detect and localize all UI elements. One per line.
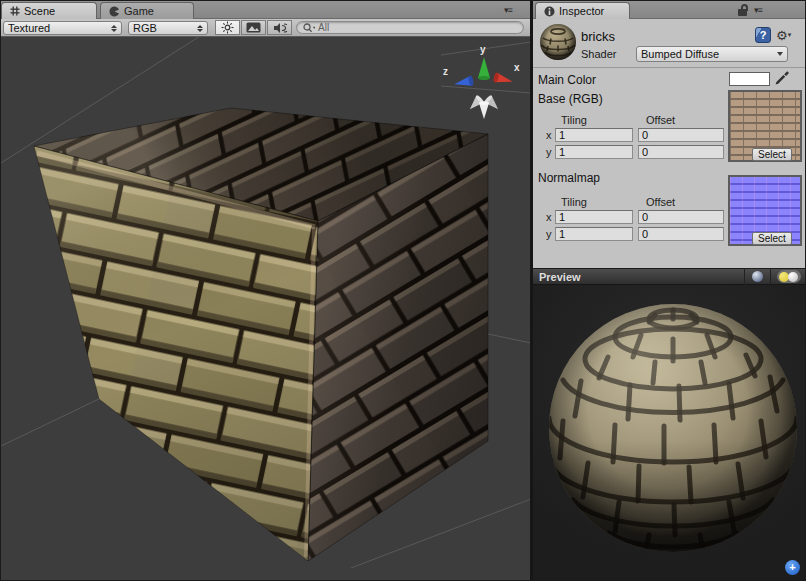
normalmap-x-tiling-input[interactable] [555, 210, 633, 224]
grid-icon [10, 6, 20, 16]
inspector-tabbar: Inspector ▾≡ [533, 1, 806, 19]
normalmap-tiling-header: Tiling [561, 196, 587, 208]
two-lights-icon [777, 270, 801, 283]
preview-sphere [533, 285, 806, 581]
preview-area[interactable] [533, 285, 806, 581]
scene-search-input[interactable] [318, 22, 517, 33]
tab-inspector-label: Inspector [559, 5, 604, 17]
normalmap-y-label: y [546, 228, 552, 240]
normalmap-y-tiling-input[interactable] [555, 227, 633, 241]
base-y-offset-input[interactable] [638, 145, 724, 159]
speaker-icon [273, 22, 287, 34]
sun-icon [221, 21, 234, 34]
base-x-tiling-input[interactable] [555, 128, 633, 142]
shader-value: Bumped Diffuse [641, 48, 773, 60]
preview-title: Preview [539, 271, 744, 283]
scene-viewport[interactable]: y x z [1, 37, 531, 581]
scene-panel: Scene Game ▾≡ Textured RGB [1, 1, 531, 581]
base-x-offset-input[interactable] [638, 128, 724, 142]
tab-inspector[interactable]: Inspector [535, 2, 630, 19]
tab-scene[interactable]: Scene [1, 2, 97, 19]
lighting-toggle-button[interactable] [215, 20, 240, 35]
inspector-panel: Inspector ▾≡ bricks Shader Bumpe [533, 1, 806, 581]
dropdown-arrow-icon [777, 52, 783, 56]
scene-tabbar: Scene Game ▾≡ [1, 1, 531, 19]
tab-scene-label: Scene [24, 5, 55, 17]
eyedropper-icon[interactable] [774, 70, 790, 86]
gear-arrow-icon: ▾ [788, 31, 792, 38]
preview-lighting-button[interactable] [771, 270, 806, 283]
main-color-label: Main Color [538, 73, 596, 87]
normalmap-section-label: Normalmap [538, 171, 600, 185]
game-icon [109, 6, 120, 17]
scene-panel-menu-icon[interactable]: ▾≡ [504, 5, 512, 15]
preview-shape-button[interactable] [745, 270, 770, 283]
info-icon [544, 6, 555, 17]
lock-icon[interactable] [738, 4, 749, 16]
base-tiling-header: Tiling [561, 114, 587, 126]
header-separator [533, 67, 806, 68]
normalmap-x-offset-input[interactable] [638, 210, 724, 224]
render-mode-value: RGB [133, 22, 193, 34]
normalmap-offset-header: Offset [646, 196, 675, 208]
base-x-label: x [546, 129, 552, 141]
base-select-button[interactable]: Select [752, 148, 792, 161]
material-name: bricks [581, 29, 615, 44]
scene-search-field[interactable] [296, 21, 524, 34]
updown-arrows-icon [111, 25, 117, 32]
normalmap-x-label: x [546, 211, 552, 223]
unity-editor-window: { "scene": { "tabs": [ {"label": "Scene"… [0, 0, 806, 581]
search-icon [303, 23, 315, 33]
tab-game[interactable]: Game [100, 2, 194, 19]
shader-dropdown[interactable]: Bumped Diffuse [636, 46, 788, 62]
help-icon[interactable]: ? [755, 27, 771, 43]
base-y-tiling-input[interactable] [555, 145, 633, 159]
normalmap-y-offset-input[interactable] [638, 227, 724, 241]
gear-icon[interactable]: ⚙▾ [776, 28, 791, 43]
gizmo-z-label: z [443, 66, 448, 77]
updown-arrows-icon [197, 25, 203, 32]
skybox-toggle-button[interactable] [241, 20, 266, 35]
image-icon [246, 22, 261, 33]
tab-game-label: Game [124, 5, 154, 17]
draw-mode-dropdown[interactable]: Textured [3, 21, 122, 35]
audio-toggle-button[interactable] [267, 20, 292, 35]
main-color-swatch[interactable] [729, 72, 770, 86]
base-section-label: Base (RGB) [538, 92, 603, 106]
base-y-label: y [546, 146, 552, 158]
base-offset-header: Offset [646, 114, 675, 126]
preview-header[interactable]: Preview [533, 268, 806, 285]
normalmap-select-button[interactable]: Select [752, 232, 792, 245]
gizmo-y-label: y [480, 44, 486, 55]
inspector-panel-menu-icon[interactable]: ▾≡ [754, 5, 762, 15]
sphere-icon [751, 270, 764, 283]
shader-label: Shader [581, 48, 616, 60]
scene-toolbar: Textured RGB [1, 19, 531, 37]
render-mode-dropdown[interactable]: RGB [128, 21, 208, 35]
preview-add-button[interactable]: + [785, 560, 800, 575]
material-preview-thumbnail [539, 23, 577, 61]
draw-mode-value: Textured [8, 22, 107, 34]
gizmo-x-label: x [514, 62, 520, 73]
